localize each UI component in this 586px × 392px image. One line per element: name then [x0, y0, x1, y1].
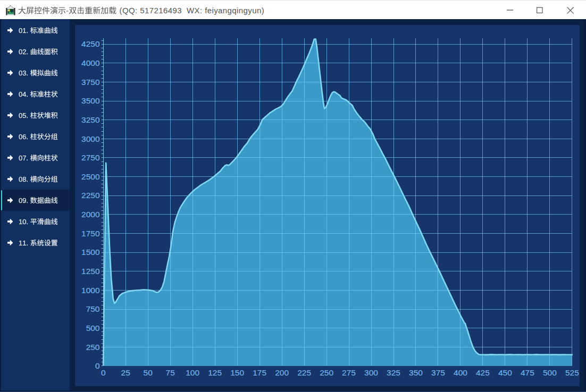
svg-text:100: 100 [186, 368, 199, 377]
svg-text:225: 225 [297, 368, 311, 377]
svg-text:125: 125 [208, 368, 222, 377]
svg-text:475: 475 [521, 368, 534, 377]
svg-text:0: 0 [101, 368, 106, 377]
svg-text:450: 450 [498, 368, 512, 377]
svg-text:325: 325 [387, 368, 400, 377]
svg-text:150: 150 [230, 368, 244, 377]
svg-text:1500: 1500 [81, 248, 100, 257]
svg-text:50: 50 [144, 368, 153, 377]
svg-text:175: 175 [253, 368, 266, 377]
svg-text:250: 250 [86, 343, 100, 352]
svg-text:375: 375 [431, 368, 445, 377]
svg-text:4250: 4250 [81, 39, 100, 48]
svg-text:75: 75 [166, 368, 175, 377]
svg-text:25: 25 [121, 368, 130, 377]
svg-text:3250: 3250 [81, 115, 100, 124]
svg-text:275: 275 [342, 368, 356, 377]
svg-text:750: 750 [86, 304, 100, 313]
svg-text:1750: 1750 [81, 229, 100, 238]
svg-text:3500: 3500 [81, 96, 100, 105]
svg-text:0: 0 [95, 361, 100, 370]
svg-text:2750: 2750 [81, 153, 100, 162]
svg-text:250: 250 [320, 368, 333, 377]
svg-text:2000: 2000 [81, 210, 100, 219]
svg-text:1000: 1000 [81, 286, 100, 295]
svg-text:300: 300 [364, 368, 378, 377]
svg-text:1250: 1250 [81, 267, 100, 276]
svg-text:500: 500 [543, 368, 557, 377]
svg-text:200: 200 [275, 368, 289, 377]
svg-text:3750: 3750 [81, 78, 100, 87]
svg-text:2500: 2500 [81, 172, 100, 181]
svg-text:500: 500 [86, 323, 100, 333]
svg-text:400: 400 [454, 368, 467, 377]
svg-text:350: 350 [409, 368, 423, 377]
svg-text:4000: 4000 [81, 58, 100, 67]
svg-text:425: 425 [476, 368, 490, 377]
svg-text:2250: 2250 [81, 191, 100, 200]
svg-text:525: 525 [565, 368, 579, 377]
svg-text:3000: 3000 [81, 134, 100, 143]
